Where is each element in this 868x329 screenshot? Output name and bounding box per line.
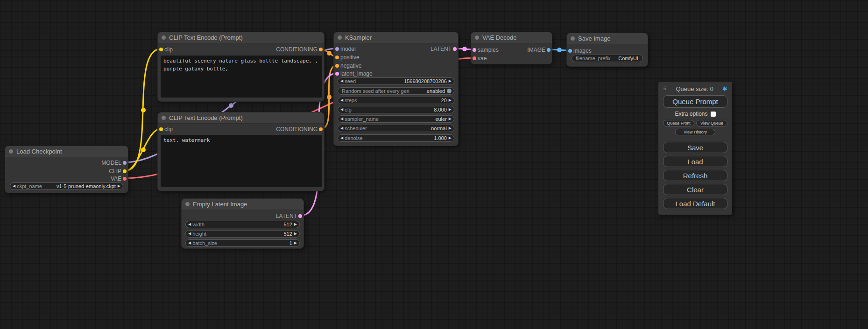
input-dot-negative[interactable] [335,64,339,68]
widget-random-seed-toggle[interactable]: Random seed after every gen enabled [338,87,454,95]
node-title-bar[interactable]: VAE Decode [471,32,552,43]
queue-front-button[interactable]: Queue Front [663,120,694,126]
input-dot-positive[interactable] [335,56,339,59]
decrement-arrow-icon[interactable]: ◀ [340,79,343,83]
load-default-button[interactable]: Load Default [663,198,727,209]
output-dot-conditioning[interactable] [319,127,323,131]
input-slot-vae: vae [471,55,487,62]
extra-options-label: Extra options [675,111,707,117]
increment-arrow-icon[interactable]: ▶ [294,232,297,236]
node-title-bar[interactable]: Load Checkpoint [5,146,128,157]
input-dot-model[interactable] [335,47,339,51]
collapse-dot-icon[interactable] [475,35,479,40]
output-dot-clip[interactable] [123,169,127,173]
view-history-button[interactable]: View History [675,129,715,135]
extra-options-checkbox[interactable] [711,112,716,117]
node-ksampler[interactable]: KSampler model LATENT positive negative … [333,32,459,146]
widget-seed[interactable]: ◀ seed 156680208700286 ▶ [338,77,454,85]
settings-gear-icon[interactable]: ✱ [722,85,727,92]
increment-arrow-icon[interactable]: ▶ [118,184,120,188]
decrement-arrow-icon[interactable]: ◀ [340,108,343,112]
increment-arrow-icon[interactable]: ▶ [294,241,297,245]
widget-width[interactable]: ◀ width 512 ▶ [185,221,300,228]
input-dot-clip[interactable] [159,127,163,131]
node-save-image[interactable]: Save Image images filename_prefix ComfyU… [566,33,648,67]
decrement-arrow-icon[interactable]: ◀ [340,117,343,121]
increment-arrow-icon[interactable]: ▶ [449,136,452,140]
increment-arrow-icon[interactable]: ▶ [449,117,452,121]
comfyui-canvas[interactable]: { "colors": { "model": "#B39DDB", "clip"… [0,0,868,329]
decrement-arrow-icon[interactable]: ◀ [188,223,191,226]
widget-value: enabled [427,88,445,94]
collapse-dot-icon[interactable] [162,35,166,40]
positive-prompt-textarea[interactable]: beautiful scenery nature glass bottle la… [161,56,322,98]
negative-prompt-textarea[interactable]: text, watermark [161,135,322,187]
increment-arrow-icon[interactable]: ▶ [449,98,452,102]
collapse-dot-icon[interactable] [185,202,190,206]
input-slot-samples: samples [471,46,499,54]
collapse-dot-icon[interactable] [338,35,342,40]
link-midpoint-dot [229,103,233,108]
toggle-on-icon[interactable] [447,89,452,93]
input-dot-vae[interactable] [473,56,476,60]
queue-prompt-button[interactable]: Queue Prompt [663,95,727,108]
increment-arrow-icon[interactable]: ▶ [449,108,452,112]
widget-label: scheduler [345,126,367,131]
decrement-arrow-icon[interactable]: ◀ [340,136,343,140]
widget-denoise[interactable]: ◀ denoise 1.000 ▶ [338,134,454,142]
input-dot-clip[interactable] [159,48,163,51]
node-clip-text-encode-negative[interactable]: CLIP Text Encode (Prompt) clip CONDITION… [157,112,325,191]
node-load-checkpoint[interactable]: Load Checkpoint MODEL CLIP VAE ◀ ckpt_na… [5,146,128,193]
node-empty-latent-image[interactable]: Empty Latent Image LATENT ◀ width 512 ▶ … [181,198,304,249]
node-title: KSampler [345,34,372,41]
output-dot-model[interactable] [123,161,127,165]
drag-handle-icon[interactable]: ⠿ [663,86,667,92]
widget-filename-prefix[interactable]: filename_prefix ComfyUI [572,55,643,62]
decrement-arrow-icon[interactable]: ◀ [13,184,15,188]
collapse-dot-icon[interactable] [162,116,166,120]
widget-value: euler [435,116,446,122]
input-dot-samples[interactable] [473,48,476,52]
decrement-arrow-icon[interactable]: ◀ [188,232,191,236]
output-dot-conditioning[interactable] [319,48,323,51]
refresh-button[interactable]: Refresh [663,170,727,181]
decrement-arrow-icon[interactable]: ◀ [340,98,343,102]
node-clip-text-encode-positive[interactable]: CLIP Text Encode (Prompt) clip CONDITION… [157,32,325,102]
widget-label: sampler_name [345,116,379,122]
output-dot-vae[interactable] [123,177,127,181]
decrement-arrow-icon[interactable]: ◀ [340,126,343,130]
node-vae-decode[interactable]: VAE Decode samples IMAGE vae [471,32,552,64]
node-title-bar[interactable]: CLIP Text Encode (Prompt) [158,32,324,43]
widget-ckpt-name[interactable]: ◀ ckpt_name v1-5-pruned-emaonly.ckpt ▶ [10,182,123,190]
increment-arrow-icon[interactable]: ▶ [449,79,452,83]
node-title-bar[interactable]: Save Image [567,33,648,44]
output-dot-image[interactable] [547,48,550,52]
increment-arrow-icon[interactable]: ▶ [449,126,452,130]
widget-cfg[interactable]: ◀ cfg 8.000 ▶ [338,106,454,113]
load-button[interactable]: Load [663,156,727,167]
input-label: images [573,48,592,54]
decrement-arrow-icon[interactable]: ◀ [188,241,191,245]
clear-button[interactable]: Clear [663,184,727,195]
output-slot-latent: LATENT [430,45,458,53]
input-dot-latent-image[interactable] [335,72,339,76]
output-dot-latent[interactable] [298,214,302,218]
output-dot-latent[interactable] [453,47,457,51]
node-title-bar[interactable]: CLIP Text Encode (Prompt) [158,112,324,124]
widget-steps[interactable]: ◀ steps 20 ▶ [338,97,454,104]
node-title: CLIP Text Encode (Prompt) [169,34,243,41]
widget-batch-size[interactable]: ◀ batch_size 1 ▶ [185,239,300,247]
widget-height[interactable]: ◀ height 512 ▶ [185,230,300,238]
collapse-dot-icon[interactable] [9,149,13,154]
node-title-bar[interactable]: KSampler [334,32,458,43]
collapse-dot-icon[interactable] [571,36,575,41]
widget-sampler-name[interactable]: ◀ sampler_name euler ▶ [338,115,454,123]
node-title: VAE Decode [482,34,516,41]
view-queue-button[interactable]: View Queue [696,120,727,126]
increment-arrow-icon[interactable]: ▶ [294,223,297,226]
save-button[interactable]: Save [663,142,727,153]
widget-label: batch_size [192,240,217,246]
widget-scheduler[interactable]: ◀ scheduler normal ▶ [338,125,454,132]
input-dot-images[interactable] [568,49,572,53]
node-title-bar[interactable]: Empty Latent Image [182,199,303,210]
